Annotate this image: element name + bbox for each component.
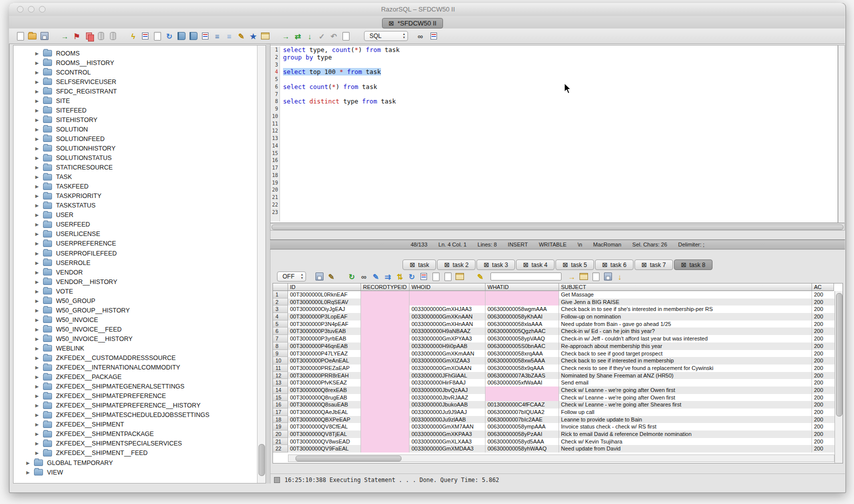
code-line-4[interactable]: select top 100 * from task <box>283 68 400 76</box>
disclosure-triangle-icon[interactable]: ▶ <box>34 80 40 84</box>
sql-code[interactable]: select type, count(*) from taskgroup by … <box>283 46 400 216</box>
close-result-tab-icon[interactable]: ⊠ <box>562 262 568 268</box>
results-vscroll-thumb[interactable] <box>836 293 842 416</box>
new-document-icon[interactable] <box>15 31 26 41</box>
edit-sql-icon[interactable]: ✎ <box>236 31 246 41</box>
generate-report-icon[interactable] <box>590 272 601 282</box>
code-line-6[interactable]: select count(*) from task <box>283 84 400 91</box>
result-tab-task-5[interactable]: ⊠task 5 <box>556 260 594 270</box>
close-result-tab-icon[interactable]: ⊠ <box>444 262 450 268</box>
cell-id[interactable]: 00T3000000PREZaEAP <box>288 364 361 372</box>
cell-whoid[interactable]: 0033000000H9aNBAAZ <box>410 328 486 335</box>
cell-whatid[interactable]: 00630000005xfWaAAI <box>486 379 559 386</box>
cell-ac[interactable]: 200 <box>812 379 834 386</box>
cell-whoid[interactable]: 0033000000Ju9J9AAJ <box>410 408 486 416</box>
sql-editor[interactable]: 1234567891011121314151617181920212223 se… <box>270 45 838 223</box>
cell-subject[interactable]: Check w/ Leanne - we're going after Owen… <box>559 394 812 402</box>
tree-item-userpreference[interactable]: ▶USERPREFERENCE <box>14 239 258 248</box>
close-result-tab-icon[interactable]: ⊠ <box>523 262 528 268</box>
filter-results-input[interactable] <box>490 272 562 280</box>
cell-subject[interactable]: Check back in to see if she's interested… <box>559 306 812 313</box>
disclosure-triangle-icon[interactable]: ▶ <box>34 203 40 208</box>
cell-ac[interactable]: 200 <box>812 335 834 342</box>
cell-whatid[interactable]: 006300000058xw5AAA <box>486 357 559 364</box>
table-row[interactable]: 1100T3000000PREZaEAP 0033000000GmXOiAAN0… <box>273 364 842 372</box>
tree-item-vendor[interactable]: ▶VENDOR <box>14 268 258 277</box>
cell-whoid[interactable]: 0033000000JbukoAAB <box>410 401 486 408</box>
disclosure-triangle-icon[interactable]: ▶ <box>34 260 40 266</box>
cell-recordtypeid[interactable] <box>361 357 410 364</box>
table-row[interactable]: 200T3000000L0RqSEAV Give Jenn a BIG RAIS… <box>273 298 842 306</box>
cell-id[interactable]: 00T3000000L0RqSEAV <box>288 298 361 306</box>
save-grid-icon[interactable] <box>602 272 613 282</box>
table-row[interactable]: 2200T3000000QV9FaEAL 0033000000GmXMDAA30… <box>273 445 842 452</box>
table-row[interactable]: 1800T3000000QBXPeEAP 0033000000Ju9zlAAB0… <box>273 416 842 424</box>
describe-table-icon[interactable]: ≡ <box>212 31 222 41</box>
disclosure-triangle-icon[interactable]: ▶ <box>34 403 40 408</box>
code-line-13[interactable] <box>283 135 400 142</box>
code-line-16[interactable] <box>283 157 400 164</box>
cell-ac[interactable]: 200 <box>812 372 834 380</box>
tree-item-userprofilefeed[interactable]: ▶USERPROFILEFEED <box>14 248 258 258</box>
column-list-icon[interactable] <box>418 272 429 282</box>
cell-ac[interactable]: 200 <box>812 357 834 364</box>
cell-whoid[interactable]: 0033000000GmXKnAAN <box>410 313 486 320</box>
execute-all-icon[interactable]: ⇄ <box>292 31 303 41</box>
disclosure-triangle-icon[interactable]: ▶ <box>34 356 40 360</box>
commit-icon[interactable]: ✓ <box>316 31 327 41</box>
cell-whatid[interactable] <box>486 386 559 394</box>
code-line-15[interactable] <box>283 150 400 158</box>
disclosure-triangle-icon[interactable]: ▶ <box>34 318 40 322</box>
code-line-17[interactable] <box>283 164 400 172</box>
cell-id[interactable]: 00T3000000QBXPeEAP <box>288 416 361 424</box>
cell-whatid[interactable] <box>486 298 559 306</box>
disclosure-triangle-icon[interactable]: ▶ <box>34 174 40 180</box>
fetch-more-icon[interactable]: ↓ <box>304 31 315 41</box>
cell-subject[interactable]: Follow-up on nomination <box>559 313 812 320</box>
table-row[interactable]: 1400T3000000Q8rexEAB 0033000000JbvQzAAJ … <box>273 386 842 394</box>
tree-item-sitefeed[interactable]: ▶SITEFEED <box>14 106 258 115</box>
tree-item-scontrol[interactable]: ▶SCONTROL <box>14 68 258 77</box>
new-database-object-icon[interactable] <box>96 31 106 41</box>
tree-item-weblink[interactable]: ▶WEBLINK <box>14 344 258 353</box>
tree-item-zkfedex-shipmentspecialservices[interactable]: ▶ZKFEDEX__SHIPMENTSPECIALSERVICES <box>14 439 258 448</box>
tree-item-sitehistory[interactable]: ▶SITEHISTORY <box>14 115 258 124</box>
table-row[interactable]: 100T3000000L0RknEAF Get Massage200 <box>273 291 842 298</box>
tree-item-userlicense[interactable]: ▶USERLICENSE <box>14 230 258 239</box>
tree-item-zkfedex-shipment[interactable]: ▶ZKFEDEX__SHIPMENT <box>14 420 258 430</box>
tree-item-zkfedex-shipmatepreference[interactable]: ▶ZKFEDEX__SHIPMATEPREFERENCE <box>14 392 258 401</box>
cell-ac[interactable]: 200 <box>812 306 834 313</box>
cell-id[interactable]: 00T3000000P3yrbEAB <box>288 335 361 342</box>
code-line-21[interactable] <box>283 194 400 202</box>
copy-results-icon[interactable] <box>442 272 453 282</box>
disclosure-triangle-icon[interactable]: ▶ <box>34 374 40 380</box>
cell-recordtypeid[interactable] <box>361 379 410 386</box>
cell-ac[interactable]: 200 <box>812 342 834 350</box>
cell-ac[interactable]: 200 <box>812 364 834 372</box>
save-file-icon[interactable] <box>39 31 50 41</box>
export-results-icon[interactable] <box>578 272 589 282</box>
sync-table-icon[interactable]: ↻ <box>406 272 417 282</box>
cell-recordtypeid[interactable] <box>361 320 410 328</box>
cell-whoid[interactable]: 0033000000GmXIZAA3 <box>410 357 486 364</box>
cell-recordtypeid[interactable] <box>361 291 410 298</box>
disclosure-triangle-icon[interactable]: ▶ <box>34 346 40 351</box>
cell-subject[interactable]: Check-in w/ Ed - can he join this year? <box>559 328 812 335</box>
cell-whoid[interactable]: 0033000000H9i0pAAB <box>410 342 486 350</box>
edit-record-icon[interactable]: ✎ <box>370 272 381 282</box>
reference-book-icon[interactable] <box>188 31 198 41</box>
disclosure-triangle-icon[interactable]: ▶ <box>34 270 40 275</box>
save-results-icon[interactable] <box>314 272 324 282</box>
tree-item-w50-group-history[interactable]: ▶W50_GROUP__HISTORY <box>14 306 258 315</box>
tree-item-task[interactable]: ▶TASK <box>14 172 258 182</box>
cell-recordtypeid[interactable] <box>361 372 410 380</box>
tree-item-sfdc-registrant[interactable]: ▶SFDC_REGISTRANT <box>14 86 258 96</box>
cell-recordtypeid[interactable] <box>361 335 410 342</box>
column-header-ac[interactable]: AC <box>812 284 834 291</box>
cell-subject[interactable]: Get Massage <box>559 291 812 298</box>
cell-recordtypeid[interactable] <box>361 364 410 372</box>
tree-item-zkfedex-shipmategeneralsettings[interactable]: ▶ZKFEDEX__SHIPMATEGENERALSETTINGS <box>14 382 258 392</box>
tree-item-taskstatus[interactable]: ▶TASKSTATUS <box>14 201 258 210</box>
cell-subject[interactable]: Check nexis to see if they've found a re… <box>559 364 812 372</box>
tree-item-selfserviceuser[interactable]: ▶SELFSERVICEUSER <box>14 77 258 86</box>
